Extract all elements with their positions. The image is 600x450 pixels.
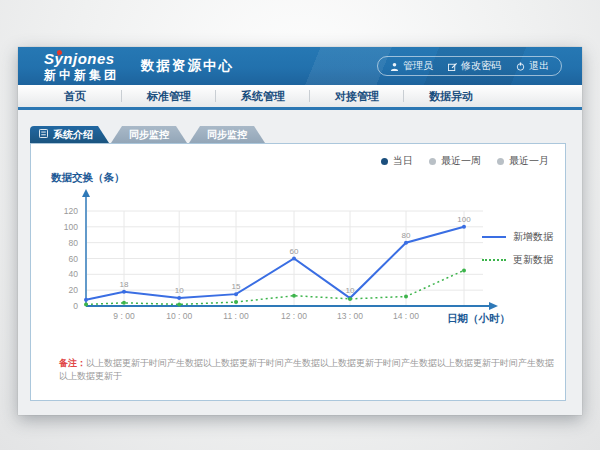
- svg-text:0: 0: [73, 301, 78, 311]
- nav-item-standard-mgmt[interactable]: 标准管理: [122, 85, 216, 107]
- svg-text:80: 80: [69, 238, 79, 248]
- page-title: 数据资源中心: [141, 57, 234, 75]
- tab-label: 同步监控: [207, 126, 247, 143]
- time-option-last-week[interactable]: 最近一周: [429, 154, 481, 168]
- company-logo: Synjones 新中新集团: [44, 51, 119, 81]
- footnote-text: 以上数据更新于时间产生数据以上数据更新于时间产生数据以上数据更新于时间产生数据以…: [59, 358, 554, 381]
- admin-user-label: 管理员: [403, 59, 433, 73]
- tab-bar: 系统介绍 同步监控 同步监控: [30, 126, 582, 143]
- app-header: Synjones 新中新集团 数据资源中心 管理员 修改密码 退出: [18, 47, 582, 85]
- logo-company-text: 新中新集团: [44, 69, 119, 81]
- chart-panel: 当日 最近一周 最近一月 数据交换（条） 0204060801001209 : …: [30, 143, 566, 401]
- radio-dot-icon: [497, 158, 504, 165]
- time-range-filter: 当日 最近一周 最近一月: [381, 154, 549, 168]
- footnote: 备注：以上数据更新于时间产生数据以上数据更新于时间产生数据以上数据更新于时间产生…: [59, 357, 554, 382]
- svg-text:11 : 00: 11 : 00: [223, 311, 249, 321]
- legend-item-new-data[interactable]: 新增数据: [482, 230, 553, 244]
- y-axis-title: 数据交换（条）: [51, 171, 125, 185]
- document-icon: [39, 126, 48, 143]
- radio-dot-icon: [381, 158, 388, 165]
- nav-item-home[interactable]: 首页: [28, 85, 122, 107]
- power-icon: [516, 62, 525, 71]
- nav-item-data-change[interactable]: 数据异动: [404, 85, 498, 107]
- svg-text:15: 15: [232, 282, 241, 291]
- svg-text:20: 20: [69, 285, 79, 295]
- svg-text:80: 80: [402, 231, 411, 240]
- svg-text:60: 60: [69, 254, 79, 264]
- tab-sync-monitor-1[interactable]: 同步监控: [111, 126, 187, 143]
- svg-text:18: 18: [120, 280, 129, 289]
- nav-item-system-mgmt[interactable]: 系统管理: [216, 85, 310, 107]
- svg-text:10 : 00: 10 : 00: [166, 311, 192, 321]
- content-area: 系统介绍 同步监控 同步监控 当日 最近一周: [18, 110, 582, 401]
- legend-label: 新增数据: [513, 230, 553, 244]
- svg-text:9 : 00: 9 : 00: [113, 311, 135, 321]
- user-icon: [390, 62, 399, 71]
- main-navbar: 首页 标准管理 系统管理 对接管理 数据异动: [18, 85, 582, 110]
- tab-system-intro[interactable]: 系统介绍: [30, 126, 109, 143]
- logout-button[interactable]: 退出: [516, 59, 549, 73]
- svg-text:100: 100: [64, 222, 78, 232]
- admin-user-button[interactable]: 管理员: [390, 59, 433, 73]
- user-menu: 管理员 修改密码 退出: [377, 56, 562, 76]
- svg-text:日期（小时）: 日期（小时）: [447, 312, 510, 325]
- svg-text:60: 60: [290, 247, 299, 256]
- svg-text:100: 100: [457, 215, 471, 224]
- svg-text:40: 40: [69, 269, 79, 279]
- footnote-label: 备注：: [59, 358, 86, 368]
- time-option-today[interactable]: 当日: [381, 154, 413, 168]
- series-legend: 新增数据 更新数据: [482, 230, 553, 267]
- time-option-last-month[interactable]: 最近一月: [497, 154, 549, 168]
- tab-label: 同步监控: [129, 126, 169, 143]
- time-option-label: 当日: [393, 154, 413, 168]
- change-password-label: 修改密码: [461, 59, 501, 73]
- tab-sync-monitor-2[interactable]: 同步监控: [189, 126, 265, 143]
- svg-text:13 : 00: 13 : 00: [337, 311, 363, 321]
- solid-line-icon: [482, 236, 506, 238]
- nav-item-interface-mgmt[interactable]: 对接管理: [310, 85, 404, 107]
- time-option-label: 最近一周: [441, 154, 481, 168]
- edit-icon: [448, 62, 457, 71]
- svg-text:120: 120: [64, 206, 78, 216]
- logout-label: 退出: [529, 59, 549, 73]
- svg-text:14 : 00: 14 : 00: [393, 311, 419, 321]
- legend-label: 更新数据: [513, 253, 553, 267]
- time-option-label: 最近一月: [509, 154, 549, 168]
- svg-text:10: 10: [346, 286, 355, 295]
- dotted-line-icon: [482, 259, 506, 261]
- app-window: Synjones 新中新集团 数据资源中心 管理员 修改密码 退出: [18, 47, 582, 415]
- svg-text:12 : 00: 12 : 00: [281, 311, 307, 321]
- legend-item-updated-data[interactable]: 更新数据: [482, 253, 553, 267]
- logo-brand-text: Synjones: [44, 51, 115, 66]
- radio-dot-icon: [429, 158, 436, 165]
- tab-label: 系统介绍: [53, 126, 93, 143]
- change-password-button[interactable]: 修改密码: [448, 59, 501, 73]
- svg-text:10: 10: [175, 286, 184, 295]
